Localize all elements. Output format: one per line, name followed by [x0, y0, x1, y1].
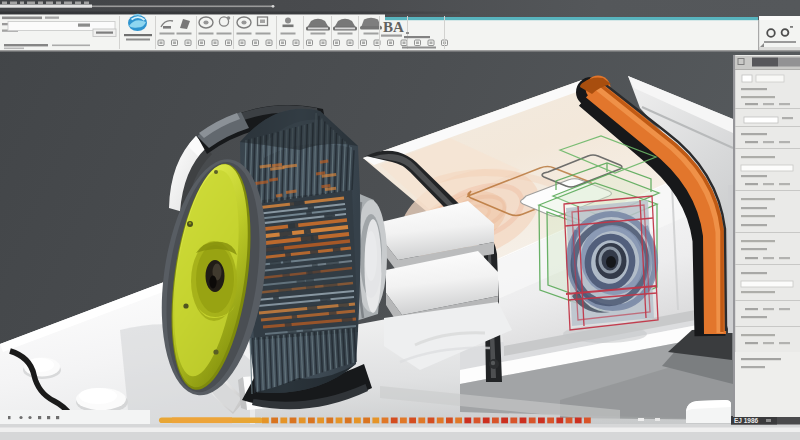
svg-text:BA: BA: [383, 19, 404, 35]
svg-text:EJ 1986: EJ 1986: [734, 417, 759, 424]
